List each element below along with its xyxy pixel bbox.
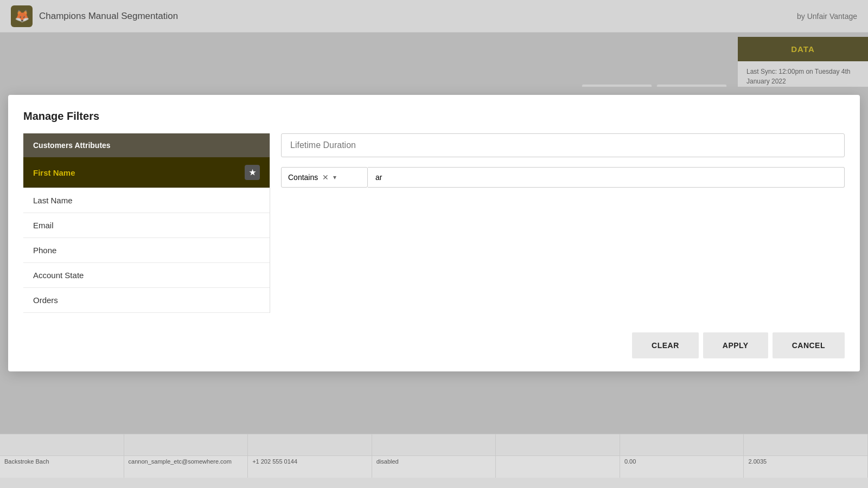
dropdown-arrow-icon[interactable]: ▾ [333, 174, 336, 181]
clear-operator-icon[interactable]: ✕ [322, 173, 329, 182]
apply-button[interactable]: APPLY [703, 332, 768, 358]
modal-footer: CLEAR APPLY CANCEL [23, 326, 845, 358]
filter-config: Contains ✕ ▾ [270, 133, 845, 313]
cancel-button[interactable]: CANCEL [773, 332, 845, 358]
filter-name-input[interactable] [281, 133, 845, 157]
condition-value-input[interactable] [368, 167, 845, 188]
filter-item-account-state[interactable]: Account State [23, 263, 270, 288]
filter-item-phone[interactable]: Phone [23, 238, 270, 263]
filter-items-container: First Name★Last NameEmailPhoneAccount St… [23, 157, 270, 313]
modal-body: Customers Attributes First Name★Last Nam… [23, 133, 845, 313]
filter-list: Customers Attributes First Name★Last Nam… [23, 133, 270, 313]
filter-item-orders[interactable]: Orders [23, 288, 270, 313]
filter-item-label: Last Name [33, 196, 73, 205]
filter-item-first-name[interactable]: First Name★ [23, 157, 270, 188]
manage-filters-modal: Manage Filters Customers Attributes Firs… [8, 95, 860, 371]
filter-item-label: Orders [33, 296, 58, 305]
filter-item-label: First Name [33, 168, 75, 177]
clear-button[interactable]: CLEAR [632, 332, 699, 358]
condition-row: Contains ✕ ▾ [281, 167, 845, 188]
favorite-star-icon[interactable]: ★ [245, 165, 260, 180]
filter-item-last-name[interactable]: Last Name [23, 188, 270, 213]
condition-operator-select[interactable]: Contains ✕ ▾ [281, 167, 368, 188]
operator-label: Contains [288, 173, 318, 182]
filter-item-email[interactable]: Email [23, 213, 270, 238]
filter-item-label: Account State [33, 271, 84, 280]
filter-item-label: Phone [33, 246, 56, 255]
filter-item-label: Email [33, 221, 54, 230]
modal-title: Manage Filters [23, 110, 845, 123]
filter-category-label: Customers Attributes [23, 133, 270, 157]
